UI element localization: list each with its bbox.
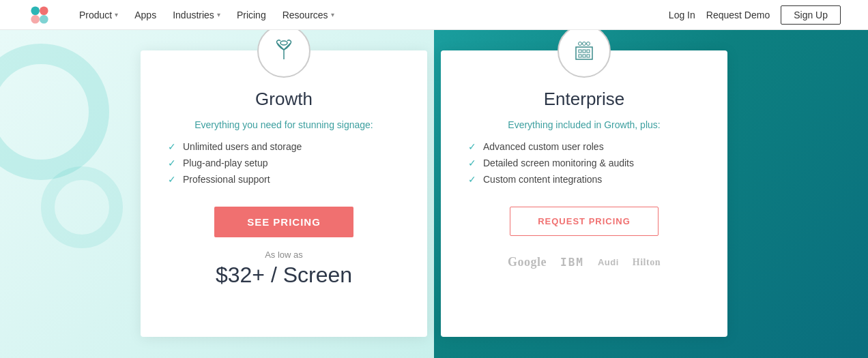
- list-item: ✓ Detailed screen monitoring & audits: [468, 158, 700, 168]
- enterprise-card: Enterprise Everything included in Growth…: [441, 50, 727, 337]
- logo[interactable]: [27, 3, 52, 27]
- check-icon: ✓: [168, 174, 176, 185]
- svg-rect-11: [587, 55, 590, 57]
- svg-point-0: [31, 6, 40, 15]
- list-item: ✓ Custom content integrations: [468, 174, 700, 185]
- nav-pricing[interactable]: Pricing: [230, 5, 273, 25]
- growth-icon-circle: [257, 30, 310, 78]
- check-icon: ✓: [168, 158, 176, 168]
- nav-product[interactable]: Product ▾: [72, 5, 125, 25]
- list-item: ✓ Plug-and-play setup: [168, 158, 400, 168]
- chevron-down-icon: ▾: [331, 11, 334, 18]
- growth-card: Growth Everything you need for stunning …: [141, 50, 427, 337]
- growth-icon: [270, 38, 298, 65]
- see-pricing-button[interactable]: SEE PRICING: [214, 207, 353, 237]
- enterprise-features: ✓ Advanced custom user roles ✓ Detailed …: [468, 141, 700, 190]
- main-content: Growth Everything you need for stunning …: [0, 30, 868, 358]
- cards-container: Growth Everything you need for stunning …: [0, 30, 868, 358]
- hilton-logo: Hilton: [633, 257, 661, 268]
- login-link[interactable]: Log In: [669, 10, 695, 20]
- list-item: ✓ Professional support: [168, 174, 400, 185]
- check-icon: ✓: [468, 174, 476, 185]
- growth-features: ✓ Unlimited users and storage ✓ Plug-and…: [168, 141, 400, 190]
- nav-industries[interactable]: Industries ▾: [166, 5, 227, 25]
- svg-rect-7: [583, 50, 585, 53]
- enterprise-icon: [570, 38, 598, 65]
- svg-point-14: [587, 42, 590, 46]
- navbar: Product ▾ Apps Industries ▾ Pricing Reso…: [0, 0, 868, 30]
- audi-logo: Audi: [598, 257, 619, 267]
- nav-apps[interactable]: Apps: [128, 5, 163, 25]
- chevron-down-icon: ▾: [217, 11, 220, 18]
- enterprise-subtitle: Everything included in Growth, plus:: [508, 119, 660, 130]
- client-logos: Google IBM Audi Hilton: [508, 255, 661, 269]
- svg-point-1: [40, 6, 48, 15]
- svg-point-12: [579, 42, 582, 46]
- signup-button[interactable]: Sign Up: [781, 5, 841, 25]
- request-demo-link[interactable]: Request Demo: [706, 10, 770, 20]
- growth-subtitle: Everything you need for stunning signage…: [194, 119, 373, 130]
- svg-point-4: [280, 41, 287, 45]
- nav-right: Log In Request Demo Sign Up: [669, 5, 841, 25]
- nav-links: Product ▾ Apps Industries ▾ Pricing Reso…: [72, 5, 669, 25]
- svg-rect-10: [583, 55, 585, 57]
- list-item: ✓ Advanced custom user roles: [468, 141, 700, 152]
- svg-point-3: [40, 15, 48, 24]
- svg-rect-8: [587, 50, 590, 53]
- svg-rect-9: [579, 55, 581, 57]
- price-value: $32+ / Screen: [216, 263, 352, 288]
- chevron-down-icon: ▾: [115, 11, 118, 18]
- check-icon: ✓: [468, 141, 476, 152]
- svg-point-13: [583, 42, 586, 46]
- enterprise-icon-circle: [558, 30, 611, 78]
- enterprise-title: Enterprise: [544, 89, 625, 110]
- list-item: ✓ Unlimited users and storage: [168, 141, 400, 152]
- request-pricing-button[interactable]: REQUEST PRICING: [510, 207, 659, 236]
- ibm-logo: IBM: [560, 256, 584, 269]
- nav-resources[interactable]: Resources ▾: [276, 5, 341, 25]
- check-icon: ✓: [168, 141, 176, 152]
- svg-rect-6: [579, 50, 581, 53]
- google-logo: Google: [508, 255, 547, 269]
- check-icon: ✓: [468, 158, 476, 168]
- svg-point-2: [31, 15, 40, 24]
- price-prefix: As low as: [265, 250, 303, 260]
- growth-title: Growth: [255, 89, 313, 110]
